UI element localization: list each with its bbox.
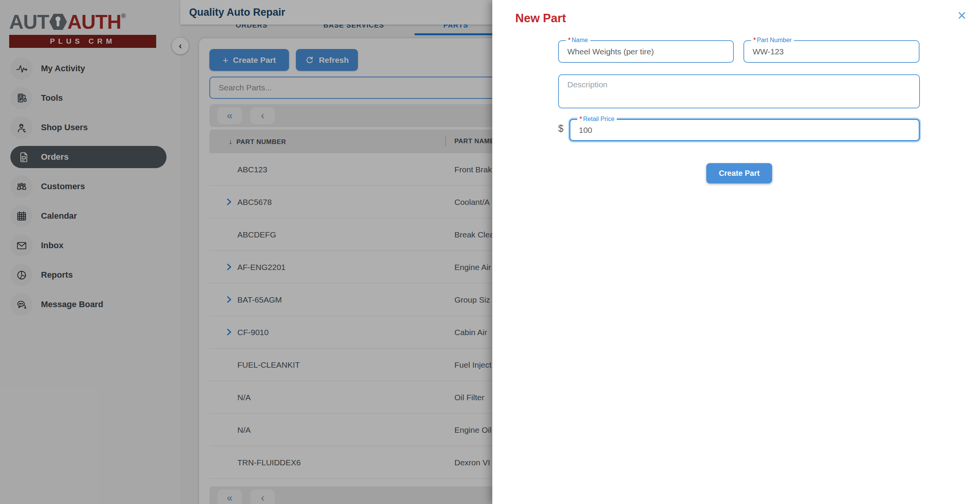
currency-prefix: $	[558, 123, 564, 134]
part-number-field[interactable]: *Part Number WW-123	[743, 40, 920, 63]
description-placeholder: Description	[559, 75, 919, 108]
retail-price-field[interactable]: *Retail Price 100	[569, 119, 920, 141]
new-part-drawer: New Part × *Name Wheel Weights (per tire…	[492, 0, 980, 504]
create-part-submit-button[interactable]: Create Part	[706, 163, 772, 183]
close-icon[interactable]: ×	[955, 5, 969, 25]
app-window: AUTAUTH® PLUS CRM My Activity Tools Shop…	[0, 0, 980, 504]
drawer-title: New Part	[515, 11, 566, 25]
retail-price-field-value: 100	[570, 120, 919, 140]
name-field[interactable]: *Name Wheel Weights (per tire)	[558, 40, 734, 63]
description-field[interactable]: Description	[558, 74, 920, 108]
name-field-value: Wheel Weights (per tire)	[559, 41, 733, 62]
part-number-field-value: WW-123	[744, 41, 919, 62]
